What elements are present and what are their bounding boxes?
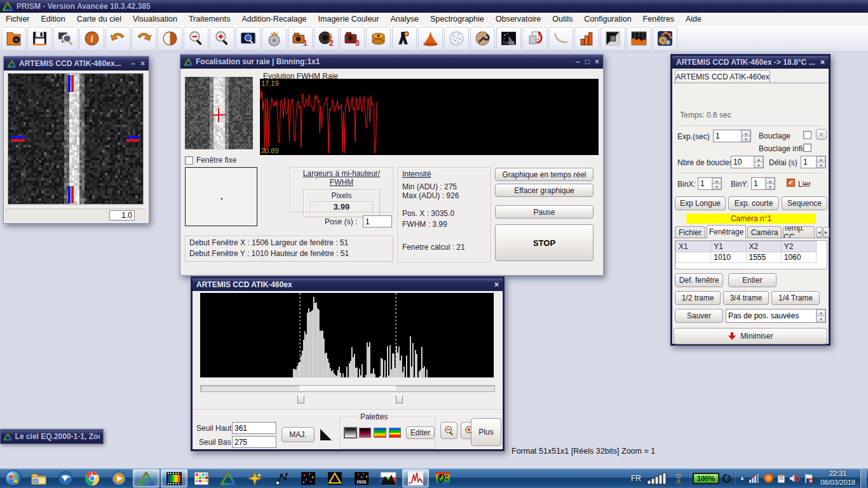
- menu-item-visualisation[interactable]: Visualisation: [127, 13, 183, 25]
- taskbar-chrome[interactable]: [79, 470, 105, 487]
- taskbar-isis[interactable]: ISIS: [349, 470, 374, 487]
- tab-temp-ccd[interactable]: Temp. CC: [783, 226, 815, 238]
- toolbar-button-save[interactable]: [27, 27, 52, 51]
- menu-item-addition-recalage[interactable]: Addition-Recalage: [236, 13, 312, 25]
- hist-zoom-out-button[interactable]: [440, 422, 458, 439]
- toolbar-button-tools-wrench[interactable]: [470, 27, 495, 51]
- menu-item-traitements[interactable]: Traitements: [183, 13, 236, 25]
- nbre-boucles-input[interactable]: 10 ▲▼: [731, 156, 764, 168]
- show-desktop-button[interactable]: [860, 468, 867, 488]
- histogram-view[interactable]: [200, 293, 494, 377]
- taskbar-explorer[interactable]: [26, 470, 51, 487]
- maximize-icon[interactable]: □: [585, 57, 590, 66]
- taskbar-triangle-app[interactable]: [322, 470, 348, 487]
- toolbar-button-growth-curve[interactable]: [548, 27, 573, 51]
- bouclage-infini-checkbox[interactable]: [803, 144, 811, 152]
- pose-input[interactable]: 1: [363, 215, 392, 227]
- tabs-scroll-right-icon[interactable]: ►: [823, 227, 829, 238]
- menu-item-edition[interactable]: Edition: [36, 13, 71, 25]
- taskbar-color-grid[interactable]: [189, 470, 214, 487]
- tab-camera[interactable]: Caméra: [747, 226, 782, 238]
- taskbar-node-graph[interactable]: [269, 470, 294, 487]
- taskbar-spectrum-app[interactable]: [376, 470, 401, 487]
- battery-indicator[interactable]: 100%: [693, 473, 732, 484]
- biny-input[interactable]: 1 ▲▼: [751, 177, 775, 190]
- palette-heat-swatch[interactable]: [359, 428, 371, 438]
- toolbar-button-search-image[interactable]: [53, 27, 78, 51]
- toolbar-button-zoom-in[interactable]: [210, 27, 234, 51]
- toolbar-button-camera-3[interactable]: 3: [340, 27, 365, 51]
- cell-x1[interactable]: 1505: [676, 252, 711, 263]
- minimiser-button[interactable]: Minimiser: [674, 328, 827, 344]
- close-icon[interactable]: ×: [494, 280, 499, 289]
- exp-courte-button[interactable]: Exp. courte: [728, 196, 779, 210]
- cell-y2[interactable]: 1060: [781, 252, 816, 263]
- camera-panel-title-bar[interactable]: ARTEMIS CCD ATIK-460ex -> 18.8°C ... ×: [672, 56, 829, 69]
- tab-fenetrage[interactable]: Fenêtrage: [707, 225, 746, 238]
- binx-input[interactable]: 1 ▲▼: [698, 177, 722, 190]
- language-indicator[interactable]: FR: [631, 474, 641, 483]
- plus-button[interactable]: Plus: [471, 418, 501, 446]
- ccd-window-title-bar[interactable]: ARTEMIS CCD ATIK-460ex... –×: [4, 57, 149, 71]
- cell-y1[interactable]: 1010: [711, 252, 746, 263]
- minimize-icon[interactable]: –: [576, 57, 580, 66]
- ccd-image-view[interactable]: [8, 73, 144, 205]
- toolbar-button-settings-gear[interactable]: [262, 27, 287, 51]
- menu-item-aide[interactable]: Aide: [680, 13, 707, 25]
- histogram-title-bar[interactable]: ARTEMIS CCD ATIK-460ex ×: [193, 278, 503, 291]
- clipboard-icon[interactable]: [777, 473, 785, 484]
- toolbar-button-preview-zoom[interactable]: [236, 27, 261, 51]
- toolbar-button-star-map[interactable]: [444, 27, 469, 51]
- taskbar-film-viewer[interactable]: [161, 469, 187, 487]
- bouclage-stop-button[interactable]: ×: [816, 129, 827, 140]
- demi-trame-button[interactable]: 1/2 trame: [675, 291, 721, 305]
- quart-trame-button[interactable]: 1/4 Trame: [771, 291, 820, 305]
- taskbar-music-clef-app[interactable]: [430, 470, 456, 487]
- signal-bars-icon[interactable]: [647, 472, 668, 485]
- toolbar-button-redo[interactable]: [132, 27, 156, 51]
- toolbar-button-undo[interactable]: [105, 27, 130, 51]
- toolbar-button-statistics-bars[interactable]: [574, 27, 599, 51]
- taskbar-clock[interactable]: 22:31 08/03/2018: [820, 470, 855, 487]
- cell-x2[interactable]: 1555: [746, 252, 781, 263]
- menu-item-spectrographie[interactable]: Spectrographie: [424, 13, 490, 25]
- toolbar-button-automation-gears[interactable]: [653, 27, 677, 51]
- close-icon[interactable]: ×: [140, 59, 145, 68]
- pause-button[interactable]: Pause: [495, 205, 593, 219]
- start-button[interactable]: [2, 470, 25, 487]
- toolbar-button-open-image[interactable]: [1, 27, 26, 51]
- taskbar-media-player[interactable]: [106, 470, 132, 487]
- seuil-haut-input[interactable]: 361: [232, 422, 276, 434]
- low-threshold-handle[interactable]: [297, 393, 304, 403]
- menu-item-imagerie-couleur[interactable]: Imagerie Couleur: [313, 13, 385, 25]
- palette-rainbow-swatch[interactable]: [374, 428, 386, 438]
- focus-window-title-bar[interactable]: Focalisation sur raie | Binning:1x1 –□×: [180, 55, 603, 69]
- toolbar-button-guider[interactable]: [392, 27, 417, 51]
- clear-graph-button[interactable]: Effacer graphique: [495, 184, 593, 197]
- main-title-bar[interactable]: PRISM - Version Avancée 10.3.42.385: [0, 0, 868, 13]
- toolbar-button-calibration[interactable]: CALIB: [496, 27, 521, 51]
- taskbar-starry-app[interactable]: [295, 470, 321, 487]
- taskbar-star-align[interactable]: [242, 470, 268, 487]
- toolbar-button-align-rotate[interactable]: [522, 27, 547, 51]
- menu-item-observatoire[interactable]: Observatoire: [490, 13, 547, 25]
- toolbar-button-zoom-out[interactable]: [184, 27, 208, 51]
- exp-longue-button[interactable]: Exp Longue: [675, 196, 726, 210]
- exp-input[interactable]: 1 ▲▼: [713, 130, 751, 142]
- menu-item-configuration[interactable]: Configuration: [578, 13, 637, 25]
- menu-item-carte-du-ciel[interactable]: Carte du ciel: [71, 13, 127, 25]
- stop-button[interactable]: STOP: [495, 224, 593, 261]
- palette-bands-swatch[interactable]: [389, 428, 401, 438]
- menu-item-fenetres[interactable]: Fenêtres: [637, 13, 680, 25]
- entier-button[interactable]: Entier: [728, 273, 776, 287]
- taskbar-spectro-curve[interactable]: [402, 469, 429, 487]
- tab-fichier[interactable]: Fichier: [675, 226, 705, 238]
- taskbar-prism-active[interactable]: [133, 469, 159, 487]
- toolbar-button-psf-cone[interactable]: [418, 27, 443, 51]
- fixed-window-checkbox[interactable]: [185, 156, 193, 165]
- toolbar-button-camera-2[interactable]: 2: [314, 27, 339, 51]
- sauver-button[interactable]: Sauver: [675, 309, 723, 323]
- avast-icon[interactable]: [764, 473, 773, 483]
- camera-panel-tab[interactable]: ARTEMIS CCD ATIK-460ex: [675, 70, 770, 83]
- minimize-icon[interactable]: –: [131, 59, 135, 68]
